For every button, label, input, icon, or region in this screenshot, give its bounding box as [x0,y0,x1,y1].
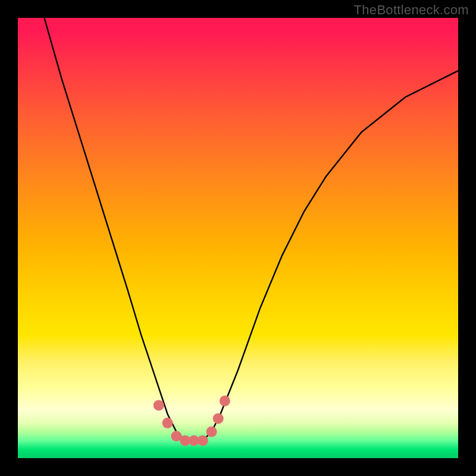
watermark-text: TheBottleneck.com [354,2,469,18]
highlight-dot [220,396,230,406]
curve-layer [18,18,458,458]
highlight-dot [162,418,173,428]
plot-area [18,18,458,458]
highlight-dot [206,427,217,437]
highlight-dot [198,435,208,446]
chart-frame: TheBottleneck.com [0,0,476,476]
highlight-dot [154,400,164,411]
highlight-dots [154,396,230,446]
highlight-dot [213,413,224,424]
bottleneck-curve [44,18,458,440]
